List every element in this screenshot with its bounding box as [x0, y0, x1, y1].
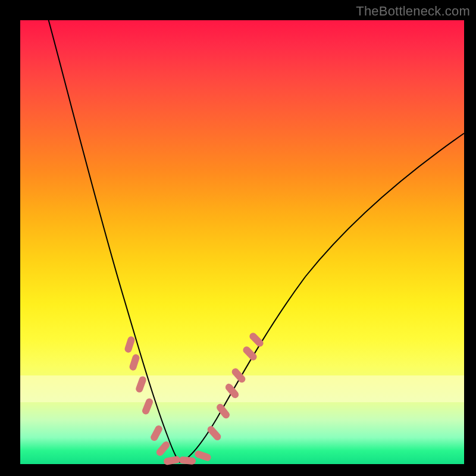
- marker-pill: [206, 425, 223, 442]
- chart-svg: [20, 20, 464, 464]
- marker-pill: [149, 424, 164, 442]
- plot-area: [20, 20, 464, 464]
- marker-group: [124, 331, 265, 465]
- marker-pill: [194, 450, 212, 462]
- marker-pill: [242, 345, 258, 362]
- marker-pill: [155, 440, 171, 457]
- marker-pill: [224, 382, 240, 399]
- marker-pill: [179, 456, 196, 465]
- marker-pill: [141, 397, 154, 415]
- marker-pill: [163, 456, 181, 466]
- outer-frame: TheBottleneck.com: [0, 0, 476, 476]
- attribution-text: TheBottleneck.com: [356, 4, 470, 19]
- marker-pill: [135, 375, 148, 393]
- marker-pill: [124, 336, 136, 353]
- marker-pill: [129, 353, 140, 371]
- curve-left-branch: [47, 14, 180, 462]
